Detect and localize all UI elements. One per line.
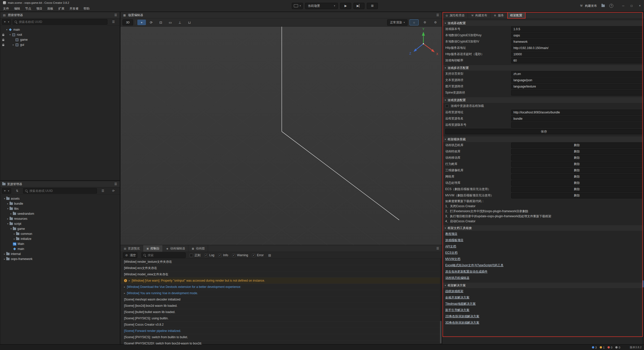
chevron-right-icon[interactable]: ▸ bbox=[3, 258, 6, 260]
delete-button-三维摄像机库[interactable]: 删除 bbox=[511, 168, 642, 173]
scale-tool[interactable]: ⊡ bbox=[156, 20, 165, 25]
console-log-row[interactable]: !▸[Window] [Vue warn]: Property "onInput… bbox=[120, 278, 442, 284]
link-全栈开发解决方案[interactable]: 全栈开发解决方案 bbox=[445, 295, 469, 300]
console-log-row[interactable]: ▸[Window] Download the Vue Devtools exte… bbox=[120, 284, 442, 290]
tab-构建发布[interactable]: ⚒构建发布 bbox=[468, 12, 491, 19]
input-Http服务器地址[interactable]: http://192.168.0.150/main/ bbox=[511, 45, 642, 51]
anchor-tool[interactable]: ⊥ bbox=[176, 20, 184, 25]
delete-button-动态处理库[interactable]: 删除 bbox=[511, 180, 642, 186]
link-战棋游戏框架[interactable]: 战棋游戏框架 bbox=[445, 289, 463, 293]
link-MVVM文档[interactable]: MVVM文档 bbox=[445, 257, 460, 261]
tree-node-assets[interactable]: ▾assets bbox=[0, 196, 120, 201]
rect-tool[interactable]: ▭ bbox=[166, 20, 175, 25]
step-button[interactable]: ▶▏ bbox=[353, 3, 365, 9]
create-node-button[interactable]: +▾ bbox=[2, 19, 11, 25]
error-count-badge[interactable]: 0 bbox=[608, 346, 612, 349]
tree-node-gui[interactable]: ▸gui bbox=[0, 42, 120, 47]
tree-node-seedrandom[interactable]: ▸seedrandom bbox=[0, 211, 120, 216]
input-本地数据CryptoES加密IV[interactable]: framework bbox=[511, 39, 642, 45]
console-log-row[interactable]: [Scene] Forward render pipeline initiali… bbox=[120, 328, 442, 334]
hierarchy-search[interactable] bbox=[13, 19, 107, 25]
play-button[interactable]: ▶ bbox=[340, 3, 351, 9]
scene-view-settings-button[interactable]: ⚙ bbox=[431, 20, 440, 25]
panel-menu-icon[interactable]: ☰ bbox=[114, 182, 118, 186]
minimize-button[interactable]: ─ bbox=[619, 0, 627, 12]
regex-checkbox[interactable] bbox=[190, 254, 193, 257]
tab-控制台[interactable]: ▣控制台 bbox=[143, 245, 163, 252]
preview-target-button[interactable]: ▾ bbox=[292, 3, 303, 9]
save-button[interactable]: 保存 bbox=[445, 129, 642, 134]
delete-button-ECS（删除后模板项目无法使用）[interactable]: 删除 bbox=[511, 187, 642, 192]
create-asset-button[interactable]: +▾ bbox=[2, 188, 11, 194]
console-log-row[interactable]: [Window] render_texture文件夹存在 bbox=[120, 259, 442, 265]
hierarchy-search-input[interactable] bbox=[19, 20, 107, 24]
lock-icon[interactable] bbox=[2, 45, 4, 46]
hierarchy-options-button[interactable]: ☰ bbox=[109, 19, 118, 25]
delete-button-MVVM（删除后模板项目无法使用）[interactable]: 删除 bbox=[511, 193, 642, 198]
tab-资源预览[interactable]: ▤资源预览 bbox=[120, 245, 143, 252]
tree-node-initialize[interactable]: ▸initialize bbox=[0, 236, 120, 241]
scene-light-toggle[interactable]: ☼ bbox=[410, 19, 419, 25]
input-远程资源版本号[interactable] bbox=[511, 122, 642, 128]
chevron-down-icon[interactable]: ▾ bbox=[9, 228, 13, 230]
tab-服务[interactable]: ⚙服务 bbox=[491, 12, 507, 19]
section-游戏多语言配置[interactable]: ▾游戏多语言配置 bbox=[442, 65, 644, 71]
delete-button-动画移动库[interactable]: 删除 bbox=[511, 155, 642, 161]
help-icon[interactable]: ? bbox=[609, 4, 613, 8]
link-3D角色扮演游戏解决方案[interactable]: 3D角色扮演游戏解决方案 bbox=[445, 321, 479, 325]
tab-属性检查器[interactable]: ◎属性检查器 bbox=[442, 12, 468, 19]
filter-Warning[interactable]: ✓Warning bbox=[232, 253, 248, 257]
filter-Error[interactable]: ✓Error bbox=[252, 253, 264, 257]
menu-item-6[interactable]: 扩展 bbox=[56, 6, 67, 12]
chevron-right-icon[interactable]: ▸ bbox=[6, 217, 10, 220]
move-tool[interactable]: + bbox=[137, 20, 146, 25]
filter-Info[interactable]: ✓Info bbox=[218, 253, 228, 257]
rotate-tool[interactable]: ⟳ bbox=[147, 20, 155, 25]
link-API文档[interactable]: API文档 bbox=[445, 244, 456, 249]
layout-button[interactable]: ⊞ bbox=[367, 3, 378, 9]
chevron-right-icon[interactable]: ▸ bbox=[13, 238, 16, 240]
chevron-down-icon[interactable]: ▾ bbox=[8, 33, 12, 36]
expand-arrow-icon[interactable]: ▸ bbox=[124, 292, 125, 294]
input-游戏版本号[interactable]: 1.0.5 bbox=[511, 26, 642, 32]
open-folder-icon[interactable] bbox=[601, 5, 605, 7]
delete-button-行为树库[interactable]: 删除 bbox=[511, 161, 642, 167]
z-axis-label[interactable]: Z bbox=[409, 52, 411, 55]
section-框架模块剪裁[interactable]: ▾框架模块剪裁 bbox=[442, 137, 644, 142]
section-游戏基础配置[interactable]: ▾游戏基础配置 bbox=[442, 20, 644, 26]
console-search-input[interactable] bbox=[148, 253, 187, 257]
tab-框架配置[interactable]: 框架配置 bbox=[507, 12, 526, 19]
link-游戏模板项目[interactable]: 游戏模板项目 bbox=[445, 238, 463, 242]
inspector-scrollbar[interactable] bbox=[642, 19, 643, 344]
console-log-row[interactable]: [Scene] [bullet]:bullet wasm lib loaded. bbox=[120, 309, 442, 315]
link-教程项目[interactable]: 教程项目 bbox=[445, 232, 457, 236]
tree-node-root[interactable]: ▾root bbox=[0, 32, 120, 37]
section-框架解决方案[interactable]: ▾框架解决方案 bbox=[442, 283, 644, 288]
sort-assets-button[interactable]: ⇅ bbox=[13, 188, 22, 194]
input-远程资源地址[interactable]: http://localhost:8083/assets/bundle bbox=[511, 110, 642, 115]
render-mode-select[interactable]: 正常渲染 ▾ bbox=[387, 19, 408, 26]
filter-Log[interactable]: ✓Log bbox=[205, 253, 214, 257]
checkbox-Info[interactable]: ✓ bbox=[218, 254, 222, 257]
y-axis-label[interactable]: Y bbox=[422, 27, 424, 31]
filter-assets-button[interactable]: ☰ bbox=[98, 188, 107, 194]
assets-search-input[interactable] bbox=[29, 189, 97, 193]
panel-menu-icon[interactable]: ☰ bbox=[436, 13, 440, 17]
3d-mode-toggle[interactable]: 3D bbox=[123, 19, 133, 25]
tree-node-game[interactable]: game bbox=[0, 37, 120, 42]
maximize-button[interactable]: □ bbox=[627, 0, 636, 12]
console-log-row[interactable]: [Scene] Cocos Creator v3.8.2 bbox=[120, 322, 442, 328]
link-2D角色扮演游戏解决方案[interactable]: 2D角色扮演游戏解决方案 bbox=[445, 314, 479, 319]
menu-item-2[interactable]: 编辑 bbox=[12, 6, 23, 12]
chevron-down-icon[interactable]: ▾ bbox=[3, 197, 6, 200]
console-log-row[interactable]: [Scene] [PHYSICS]: switch from builtin t… bbox=[120, 334, 442, 340]
chevron-right-icon[interactable]: ▸ bbox=[12, 43, 15, 46]
console-log-row[interactable]: [Scene] meshopt wasm decoder initialized bbox=[120, 296, 442, 303]
section-框架文档工具链接[interactable]: ▾框架文档工具链接 bbox=[442, 225, 644, 231]
chevron-right-icon[interactable]: ▸ bbox=[3, 253, 6, 255]
menu-item-8[interactable]: 帮助 bbox=[81, 6, 92, 12]
console-search[interactable] bbox=[141, 252, 186, 258]
tree-node-common[interactable]: ▸common bbox=[0, 231, 120, 236]
checkbox-游戏中资源是否远程加载[interactable] bbox=[445, 104, 449, 108]
close-button[interactable]: × bbox=[636, 0, 644, 12]
